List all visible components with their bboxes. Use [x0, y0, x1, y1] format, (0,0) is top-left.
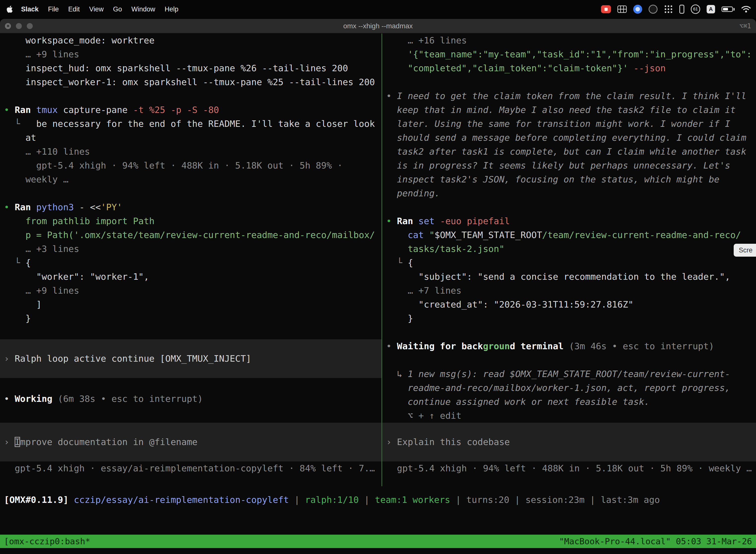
screen-recording-indicator[interactable] [601, 5, 611, 13]
terminal-line: › Explain this codebase [386, 435, 752, 449]
menu-view[interactable]: View [84, 5, 108, 13]
terminal-line: pending. [386, 186, 752, 200]
terminal-line: gpt-5.4 xhigh · 94% left · 488K in · 5.1… [386, 461, 752, 475]
terminal-line: • Ran python3 - <<'PY' [4, 200, 378, 214]
composer-left[interactable]: › Improve documentation in @filename [0, 423, 381, 461]
input-source-icon[interactable]: A [707, 5, 715, 13]
terminal-line: is in progress? It seems likely but perh… [386, 159, 752, 172]
tmux-session-label: [omx-cczip0:bash* [4, 535, 90, 548]
terminal-line: keep that in mind. Maybe I also need the… [386, 103, 752, 117]
apple-menu[interactable] [0, 5, 16, 13]
terminal-output-right: … +16 lines '{"team_name":"my-team","tas… [382, 34, 756, 423]
terminal-line: • I need to get the claim token from the… [386, 89, 752, 103]
model-status-left: gpt-5.4 xhigh · essay/ai-reimplementatio… [0, 461, 381, 475]
window-shortcut-badge: ⌥⌘1 [739, 22, 751, 30]
terminal-line: "completed","claim_token":"claim-token"}… [386, 61, 752, 75]
dark-app-icon[interactable] [649, 5, 657, 14]
terminal-line: … +110 lines [4, 145, 378, 159]
terminal-content: workspace_mode: worktree … +9 lines insp… [0, 34, 756, 554]
menu-file[interactable]: File [44, 5, 64, 13]
tmux-panes: workspace_mode: worktree … +9 lines insp… [0, 34, 756, 486]
terminal-line: inspect_worker-1: omx sparkshell --tmux-… [4, 75, 378, 89]
terminal-line: • Waiting for background terminal (3m 46… [386, 339, 752, 353]
terminal-line: … +7 lines [386, 284, 752, 297]
terminal-line: › Ralph loop active continue [OMX_TMUX_I… [4, 352, 378, 366]
terminal-line [4, 186, 378, 200]
terminal-line: └ be necessary for the end of the README… [4, 117, 378, 131]
menu-slack[interactable]: Slack [16, 5, 44, 13]
terminal-line [4, 378, 378, 392]
terminal-line: tasks/task-2.json" [386, 242, 752, 256]
terminal-line: … +16 lines [386, 34, 752, 47]
menu-edit[interactable]: Edit [63, 5, 84, 13]
terminal-line: continue assigned work or next feasible … [386, 395, 752, 409]
terminal-line: cat "$OMX_TEAM_STATE_ROOT/team/review-cu… [386, 228, 752, 242]
terminal-line: '{"team_name":"my-team","task_id":"1","f… [386, 47, 752, 61]
screen-share-tooltip: Scre [734, 244, 756, 257]
grid-app-icon[interactable] [617, 5, 627, 13]
app-menus: SlackFileEditViewGoWindowHelp [16, 5, 183, 13]
composer-right[interactable]: › Explain this codebase [382, 423, 756, 461]
menu-help[interactable]: Help [160, 5, 183, 13]
menu-bar: SlackFileEditViewGoWindowHelp 61A [0, 0, 756, 18]
wifi-icon[interactable] [741, 5, 751, 13]
tmux-host-label: "MacBook-Pro-44.local" 05:03 31-Mar-26 [559, 535, 752, 548]
terminal-line: "subject": "send a concise recommendatio… [386, 270, 752, 284]
window-titlebar[interactable]: omx --xhigh --madmax ⌥⌘1 [0, 19, 756, 33]
apple-icon [6, 5, 13, 13]
battery-icon[interactable] [721, 6, 735, 12]
menu-window[interactable]: Window [127, 5, 160, 13]
terminal-line: inspect_hud: omx sparkshell --tmux-pane … [4, 61, 378, 75]
tmux-status-bar: [omx-cczip0:bash* "MacBook-Pro-44.local"… [0, 535, 756, 548]
model-status-right: gpt-5.4 xhigh · 94% left · 488K in · 5.1… [382, 461, 756, 475]
terminal-line: at [4, 131, 378, 145]
terminal-line: • Working (6m 38s • esc to interrupt) [4, 392, 378, 406]
terminal-window: omx --xhigh --madmax ⌥⌘1 workspace_mode:… [0, 19, 756, 554]
right-pane[interactable]: … +16 lines '{"team_name":"my-team","tas… [382, 34, 756, 486]
menu-status-icons: 61A [601, 4, 756, 14]
terminal-line [4, 89, 378, 103]
terminal-line [386, 325, 752, 339]
terminal-line: inspect task2's JSON, focusing on the st… [386, 172, 752, 186]
terminal-line: … +3 lines [4, 242, 378, 256]
terminal-line [4, 406, 378, 420]
phone-icon[interactable] [679, 5, 684, 14]
tooltip-text: Scre [739, 246, 753, 254]
terminal-line: } [4, 312, 378, 325]
terminal-line: readme-and-reco/mailbox/worker-1.json, a… [386, 381, 752, 395]
terminal-line [386, 200, 752, 214]
blue-app-icon[interactable] [633, 5, 642, 14]
terminal-line: should send a message before completing … [386, 131, 752, 145]
terminal-line: "worker": "worker-1", [4, 270, 378, 284]
terminal-line: "created_at": "2026-03-31T11:59:27.816Z" [386, 297, 752, 312]
terminal-line: from pathlib import Path [4, 214, 378, 228]
omx-status-line: [OMX#0.11.9] cczip/essay/ai-reimplementa… [0, 493, 756, 507]
terminal-line: later. Using the same for transition mig… [386, 117, 752, 131]
terminal-line: › Improve documentation in @filename [4, 435, 378, 449]
terminal-line: workspace_mode: worktree [4, 34, 378, 47]
queued-message-band: › Ralph loop active continue [OMX_TMUX_I… [0, 339, 381, 378]
terminal-line: } [386, 312, 752, 325]
left-pane[interactable]: workspace_mode: worktree … +9 lines insp… [0, 34, 381, 486]
dots-grid-icon[interactable] [664, 5, 673, 14]
terminal-line: … +9 lines [4, 47, 378, 61]
terminal-line: • Ran tmux capture-pane -t %25 -p -S -80 [4, 103, 378, 117]
menu-go[interactable]: Go [108, 5, 127, 13]
terminal-line: weekly … [4, 172, 378, 186]
terminal-line: └ { [4, 256, 378, 270]
terminal-line: ] [4, 297, 378, 312]
terminal-line: p = Path('.omx/state/team/review-current… [4, 228, 378, 242]
terminal-line: • Ran set -euo pipefail [386, 214, 752, 228]
terminal-line: task2 after task1 is complete, but can I… [386, 145, 752, 159]
window-title: omx --xhigh --madmax [0, 22, 756, 30]
terminal-line [4, 325, 378, 339]
terminal-line [386, 75, 752, 89]
battery-percent-badge[interactable]: 61 [691, 4, 700, 14]
working-status: • Working (6m 38s • esc to interrupt) [0, 378, 381, 420]
terminal-line: gpt-5.4 xhigh · 94% left · 488K in · 5.1… [4, 159, 378, 172]
terminal-output-left: workspace_mode: worktree … +9 lines insp… [0, 34, 381, 339]
terminal-line: ↳ 1 new msg(s): read $OMX_TEAM_STATE_ROO… [386, 367, 752, 381]
terminal-line: ⌥ + ↑ edit [386, 409, 752, 423]
terminal-line: … +9 lines [4, 284, 378, 297]
terminal-line [386, 353, 752, 367]
